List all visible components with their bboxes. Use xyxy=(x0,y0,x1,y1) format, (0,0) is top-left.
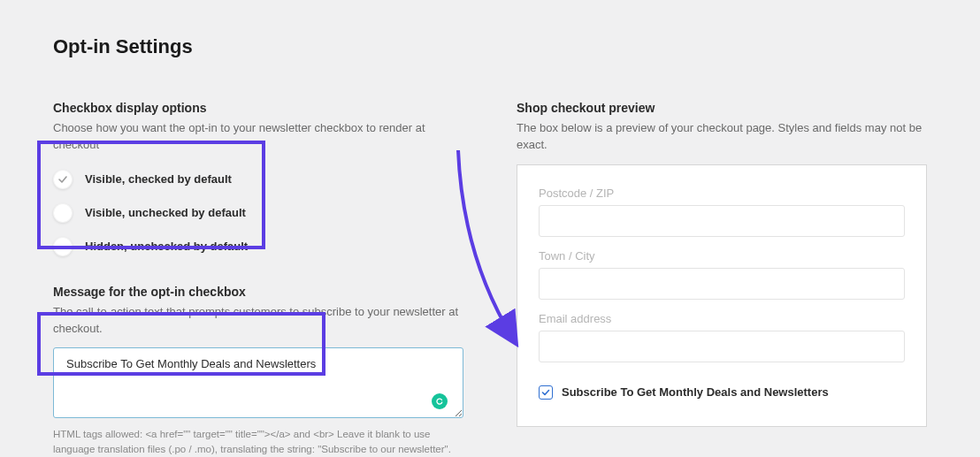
message-helper-text: HTML tags allowed: <a href="" target="" … xyxy=(53,427,463,456)
preview-optin-checkbox xyxy=(539,385,553,400)
preview-title: Shop checkout preview xyxy=(517,101,927,115)
preview-subtitle: The box below is a preview of your check… xyxy=(517,120,927,154)
radio-label: Visible, checked by default xyxy=(85,172,232,186)
preview-input-town xyxy=(539,268,905,300)
preview-field-label: Town / City xyxy=(539,249,905,263)
radio-label: Hidden, unchecked by default xyxy=(85,240,248,253)
display-options-section: Checkbox display options Choose how you … xyxy=(53,101,463,265)
message-subtitle: The call-to-action text that prompts cus… xyxy=(53,304,463,338)
display-options-title: Checkbox display options xyxy=(53,101,463,115)
radio-circle-icon xyxy=(53,170,73,189)
radio-label: Visible, unchecked by default xyxy=(85,206,246,219)
message-section: Message for the opt-in checkbox The call… xyxy=(53,285,463,457)
preview-input-email xyxy=(539,331,905,362)
preview-input-postcode xyxy=(539,205,905,237)
optin-message-textarea[interactable] xyxy=(53,347,463,418)
radio-visible-unchecked[interactable]: Visible, unchecked by default xyxy=(53,203,463,223)
display-options-radio-group: Visible, checked by default Visible, unc… xyxy=(53,164,463,265)
page-title: Opt-in Settings xyxy=(53,35,927,58)
radio-circle-icon xyxy=(53,237,73,256)
preview-field-label: Postcode / ZIP xyxy=(539,187,905,200)
radio-circle-icon xyxy=(53,203,73,223)
radio-visible-checked[interactable]: Visible, checked by default xyxy=(53,170,463,189)
radio-hidden-unchecked[interactable]: Hidden, unchecked by default xyxy=(53,237,463,256)
checkout-preview-box: Postcode / ZIP Town / City Email address… xyxy=(517,164,927,427)
preview-field-label: Email address xyxy=(539,312,905,325)
message-title: Message for the opt-in checkbox xyxy=(53,285,463,299)
display-options-subtitle: Choose how you want the opt-in to your n… xyxy=(53,120,463,154)
preview-optin-label: Subscribe To Get Monthly Deals and Newsl… xyxy=(562,385,829,399)
